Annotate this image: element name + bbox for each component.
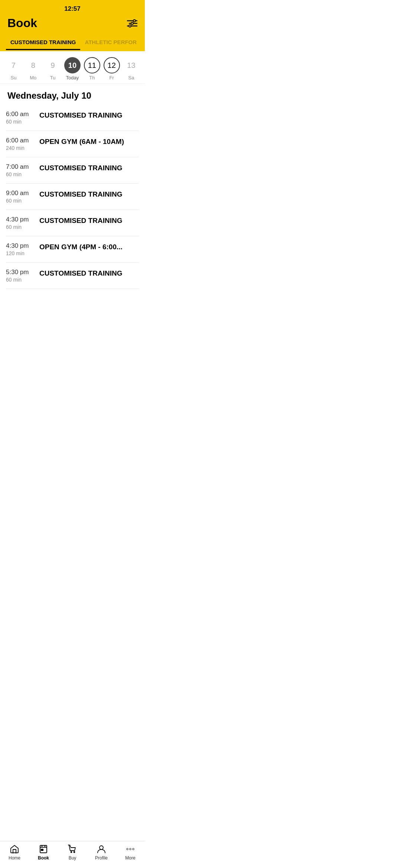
time-0: 6:00 am	[6, 111, 29, 118]
day-cell-11[interactable]: 11 Th	[83, 57, 101, 80]
day-number-10: 10	[64, 57, 81, 73]
day-cell-8[interactable]: 8 Mo	[24, 57, 42, 80]
day-number-12: 12	[104, 57, 120, 73]
header: Book	[0, 13, 145, 36]
page-title: Book	[7, 16, 37, 30]
tab-athletic-performance[interactable]: ATHLETIC PERFOR	[80, 36, 141, 50]
day-cell-10[interactable]: 10 Today	[63, 57, 81, 80]
time-6: 5:30 pm	[6, 269, 29, 276]
day-name-10: Today	[66, 75, 79, 80]
day-number-11: 11	[84, 57, 100, 73]
duration-0: 60 min	[6, 119, 22, 125]
time-block-4: 4:30 pm 60 min	[6, 216, 39, 230]
day-name-8: Mo	[30, 75, 36, 80]
time-5: 4:30 pm	[6, 242, 29, 250]
calendar-row: 7 Su 8 Mo 9 Tu 10 Today 11 Th	[0, 51, 145, 84]
schedule-item-1[interactable]: 6:00 am 240 min OPEN GYM (6AM - 10AM)	[6, 131, 139, 157]
class-name-1: OPEN GYM (6AM - 10AM)	[39, 137, 139, 146]
duration-5: 120 min	[6, 250, 25, 256]
time-1: 6:00 am	[6, 137, 29, 144]
time-block-0: 6:00 am 60 min	[6, 111, 39, 125]
day-cell-7[interactable]: 7 Su	[4, 57, 22, 80]
status-bar: 12:57	[0, 0, 145, 13]
time-3: 9:00 am	[6, 190, 29, 197]
day-name-7: Su	[10, 75, 16, 80]
schedule-item-0[interactable]: 6:00 am 60 min CUSTOMISED TRAINING	[6, 105, 139, 131]
day-name-13: Sa	[128, 75, 134, 80]
schedule-item-3[interactable]: 9:00 am 60 min CUSTOMISED TRAINING	[6, 184, 139, 210]
class-name-0: CUSTOMISED TRAINING	[39, 111, 139, 119]
category-tabs: CUSTOMISED TRAINING ATHLETIC PERFOR	[0, 36, 145, 51]
svg-point-4	[131, 22, 133, 24]
day-name-12: Fr	[110, 75, 114, 80]
svg-point-5	[129, 25, 131, 27]
day-name-9: Tu	[50, 75, 56, 80]
filter-button[interactable]	[127, 19, 137, 27]
main-content: 7 Su 8 Mo 9 Tu 10 Today 11 Th	[0, 51, 145, 319]
duration-3: 60 min	[6, 198, 22, 204]
time-4: 4:30 pm	[6, 216, 29, 223]
day-number-13: 13	[123, 57, 139, 73]
time-block-1: 6:00 am 240 min	[6, 137, 39, 151]
day-cell-13[interactable]: 13 Sa	[122, 57, 140, 80]
day-number-7: 7	[5, 57, 22, 73]
time-block-6: 5:30 pm 60 min	[6, 269, 39, 283]
class-name-5: OPEN GYM (4PM - 6:00...	[39, 242, 139, 251]
day-name-11: Th	[89, 75, 95, 80]
schedule-item-2[interactable]: 7:00 am 60 min CUSTOMISED TRAINING	[6, 157, 139, 184]
tab-customised-training[interactable]: CUSTOMISED TRAINING	[6, 36, 80, 50]
schedule-list: 6:00 am 60 min CUSTOMISED TRAINING 6:00 …	[0, 105, 145, 289]
duration-4: 60 min	[6, 224, 22, 230]
duration-1: 240 min	[6, 145, 25, 151]
class-name-4: CUSTOMISED TRAINING	[39, 216, 139, 225]
day-number-9: 9	[45, 57, 61, 73]
date-heading: Wednesday, July 10	[0, 84, 145, 105]
class-name-2: CUSTOMISED TRAINING	[39, 163, 139, 172]
duration-6: 60 min	[6, 277, 22, 283]
svg-point-3	[133, 20, 136, 22]
day-cell-12[interactable]: 12 Fr	[103, 57, 121, 80]
time-display: 12:57	[64, 5, 80, 12]
class-name-3: CUSTOMISED TRAINING	[39, 190, 139, 198]
day-cell-9[interactable]: 9 Tu	[44, 57, 62, 80]
schedule-item-4[interactable]: 4:30 pm 60 min CUSTOMISED TRAINING	[6, 210, 139, 236]
schedule-item-5[interactable]: 4:30 pm 120 min OPEN GYM (4PM - 6:00...	[6, 236, 139, 263]
schedule-item-6[interactable]: 5:30 pm 60 min CUSTOMISED TRAINING	[6, 263, 139, 289]
time-block-5: 4:30 pm 120 min	[6, 242, 39, 256]
duration-2: 60 min	[6, 171, 22, 177]
time-block-2: 7:00 am 60 min	[6, 163, 39, 177]
time-block-3: 9:00 am 60 min	[6, 190, 39, 204]
time-2: 7:00 am	[6, 163, 29, 171]
class-name-6: CUSTOMISED TRAINING	[39, 269, 139, 277]
day-number-8: 8	[25, 57, 41, 73]
